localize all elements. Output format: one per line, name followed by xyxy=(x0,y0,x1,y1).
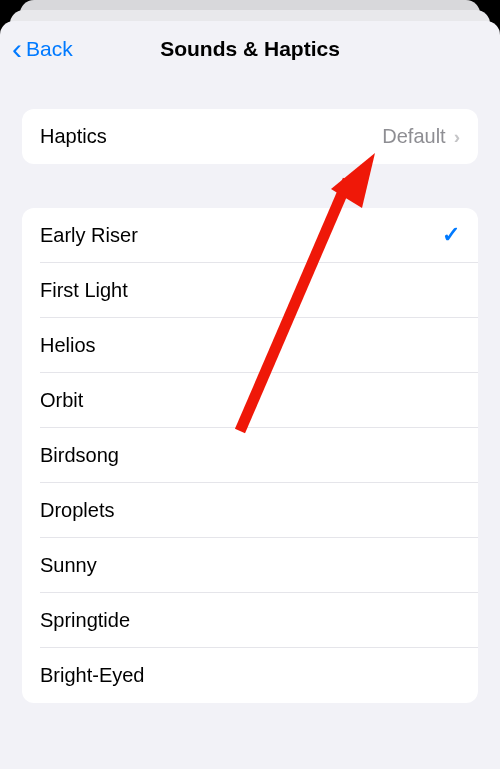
sound-row[interactable]: Springtide xyxy=(40,593,478,648)
checkmark-icon: ✓ xyxy=(442,222,460,248)
sound-label: Sunny xyxy=(40,554,97,577)
haptics-value-group: Default › xyxy=(382,125,460,148)
nav-bar: ‹ Back Sounds & Haptics xyxy=(0,21,500,77)
haptics-label: Haptics xyxy=(40,125,107,148)
haptics-section: Haptics Default › xyxy=(22,109,478,164)
sound-row[interactable]: Sunny xyxy=(40,538,478,593)
chevron-left-icon: ‹ xyxy=(12,34,22,64)
sound-label: Helios xyxy=(40,334,96,357)
sound-label: Birdsong xyxy=(40,444,119,467)
chevron-right-icon: › xyxy=(454,126,460,148)
back-label: Back xyxy=(26,37,73,61)
sound-row[interactable]: Birdsong xyxy=(40,428,478,483)
content: Haptics Default › Early Riser✓First Ligh… xyxy=(0,77,500,703)
sound-row[interactable]: Helios xyxy=(40,318,478,373)
haptics-value: Default xyxy=(382,125,445,148)
back-button[interactable]: ‹ Back xyxy=(0,34,73,64)
sound-label: Springtide xyxy=(40,609,130,632)
sound-label: Bright-Eyed xyxy=(40,664,145,687)
sound-row[interactable]: Droplets xyxy=(40,483,478,538)
haptics-row[interactable]: Haptics Default › xyxy=(22,109,478,164)
settings-sheet: ‹ Back Sounds & Haptics Haptics Default … xyxy=(0,21,500,769)
sound-label: Early Riser xyxy=(40,224,138,247)
sound-label: First Light xyxy=(40,279,128,302)
sound-label: Droplets xyxy=(40,499,114,522)
sound-row[interactable]: Orbit xyxy=(40,373,478,428)
sound-label: Orbit xyxy=(40,389,83,412)
sounds-section: Early Riser✓First LightHeliosOrbitBirdso… xyxy=(22,208,478,703)
page-title: Sounds & Haptics xyxy=(0,37,500,61)
sound-row[interactable]: Bright-Eyed xyxy=(40,648,478,703)
sound-row[interactable]: First Light xyxy=(40,263,478,318)
sound-row[interactable]: Early Riser✓ xyxy=(40,208,478,263)
